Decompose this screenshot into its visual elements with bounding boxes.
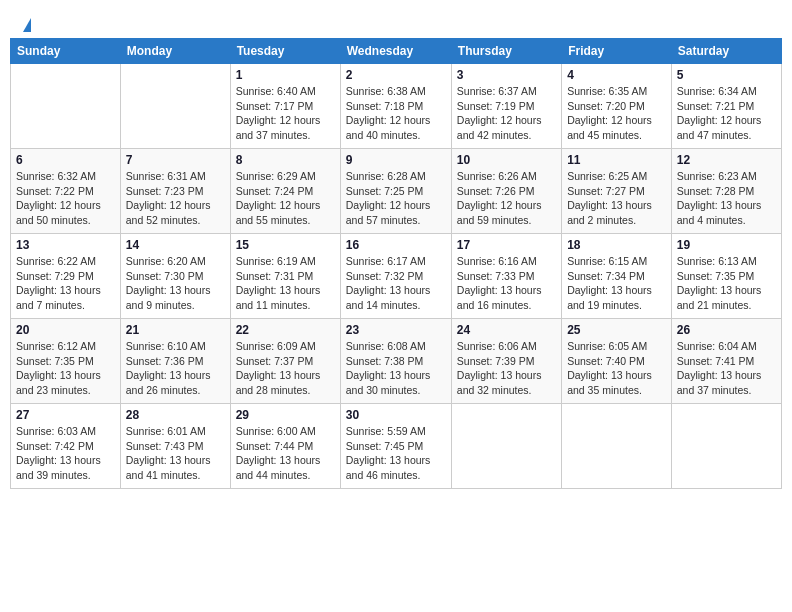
day-number: 10 bbox=[457, 153, 556, 167]
day-number: 20 bbox=[16, 323, 115, 337]
day-info: Sunrise: 6:22 AM Sunset: 7:29 PM Dayligh… bbox=[16, 254, 115, 313]
calendar-cell: 13Sunrise: 6:22 AM Sunset: 7:29 PM Dayli… bbox=[11, 234, 121, 319]
calendar-cell: 29Sunrise: 6:00 AM Sunset: 7:44 PM Dayli… bbox=[230, 404, 340, 489]
day-info: Sunrise: 6:26 AM Sunset: 7:26 PM Dayligh… bbox=[457, 169, 556, 228]
day-info: Sunrise: 6:31 AM Sunset: 7:23 PM Dayligh… bbox=[126, 169, 225, 228]
calendar-week-row: 6Sunrise: 6:32 AM Sunset: 7:22 PM Daylig… bbox=[11, 149, 782, 234]
calendar-cell: 21Sunrise: 6:10 AM Sunset: 7:36 PM Dayli… bbox=[120, 319, 230, 404]
day-number: 22 bbox=[236, 323, 335, 337]
header-sunday: Sunday bbox=[11, 39, 121, 64]
header-monday: Monday bbox=[120, 39, 230, 64]
day-number: 14 bbox=[126, 238, 225, 252]
calendar-cell bbox=[562, 404, 672, 489]
calendar-cell: 12Sunrise: 6:23 AM Sunset: 7:28 PM Dayli… bbox=[671, 149, 781, 234]
day-info: Sunrise: 5:59 AM Sunset: 7:45 PM Dayligh… bbox=[346, 424, 446, 483]
day-info: Sunrise: 6:17 AM Sunset: 7:32 PM Dayligh… bbox=[346, 254, 446, 313]
day-info: Sunrise: 6:09 AM Sunset: 7:37 PM Dayligh… bbox=[236, 339, 335, 398]
calendar-cell: 5Sunrise: 6:34 AM Sunset: 7:21 PM Daylig… bbox=[671, 64, 781, 149]
day-info: Sunrise: 6:16 AM Sunset: 7:33 PM Dayligh… bbox=[457, 254, 556, 313]
header-tuesday: Tuesday bbox=[230, 39, 340, 64]
calendar-cell bbox=[120, 64, 230, 149]
calendar-cell: 22Sunrise: 6:09 AM Sunset: 7:37 PM Dayli… bbox=[230, 319, 340, 404]
calendar-week-row: 20Sunrise: 6:12 AM Sunset: 7:35 PM Dayli… bbox=[11, 319, 782, 404]
calendar-cell: 2Sunrise: 6:38 AM Sunset: 7:18 PM Daylig… bbox=[340, 64, 451, 149]
day-info: Sunrise: 6:06 AM Sunset: 7:39 PM Dayligh… bbox=[457, 339, 556, 398]
day-number: 4 bbox=[567, 68, 666, 82]
calendar-cell: 26Sunrise: 6:04 AM Sunset: 7:41 PM Dayli… bbox=[671, 319, 781, 404]
calendar-cell: 27Sunrise: 6:03 AM Sunset: 7:42 PM Dayli… bbox=[11, 404, 121, 489]
calendar-cell: 19Sunrise: 6:13 AM Sunset: 7:35 PM Dayli… bbox=[671, 234, 781, 319]
header-row: Sunday Monday Tuesday Wednesday Thursday… bbox=[11, 39, 782, 64]
header-saturday: Saturday bbox=[671, 39, 781, 64]
day-info: Sunrise: 6:32 AM Sunset: 7:22 PM Dayligh… bbox=[16, 169, 115, 228]
calendar-cell: 30Sunrise: 5:59 AM Sunset: 7:45 PM Dayli… bbox=[340, 404, 451, 489]
calendar-cell: 8Sunrise: 6:29 AM Sunset: 7:24 PM Daylig… bbox=[230, 149, 340, 234]
day-number: 13 bbox=[16, 238, 115, 252]
day-info: Sunrise: 6:29 AM Sunset: 7:24 PM Dayligh… bbox=[236, 169, 335, 228]
day-number: 3 bbox=[457, 68, 556, 82]
calendar-cell bbox=[451, 404, 561, 489]
day-info: Sunrise: 6:15 AM Sunset: 7:34 PM Dayligh… bbox=[567, 254, 666, 313]
calendar-cell: 14Sunrise: 6:20 AM Sunset: 7:30 PM Dayli… bbox=[120, 234, 230, 319]
day-info: Sunrise: 6:12 AM Sunset: 7:35 PM Dayligh… bbox=[16, 339, 115, 398]
day-info: Sunrise: 6:10 AM Sunset: 7:36 PM Dayligh… bbox=[126, 339, 225, 398]
day-number: 25 bbox=[567, 323, 666, 337]
day-info: Sunrise: 6:25 AM Sunset: 7:27 PM Dayligh… bbox=[567, 169, 666, 228]
day-number: 2 bbox=[346, 68, 446, 82]
day-info: Sunrise: 6:28 AM Sunset: 7:25 PM Dayligh… bbox=[346, 169, 446, 228]
day-info: Sunrise: 6:05 AM Sunset: 7:40 PM Dayligh… bbox=[567, 339, 666, 398]
header bbox=[10, 10, 782, 38]
calendar-week-row: 27Sunrise: 6:03 AM Sunset: 7:42 PM Dayli… bbox=[11, 404, 782, 489]
calendar-cell: 28Sunrise: 6:01 AM Sunset: 7:43 PM Dayli… bbox=[120, 404, 230, 489]
day-number: 1 bbox=[236, 68, 335, 82]
calendar-cell: 16Sunrise: 6:17 AM Sunset: 7:32 PM Dayli… bbox=[340, 234, 451, 319]
day-number: 24 bbox=[457, 323, 556, 337]
calendar-cell: 17Sunrise: 6:16 AM Sunset: 7:33 PM Dayli… bbox=[451, 234, 561, 319]
day-number: 17 bbox=[457, 238, 556, 252]
day-number: 29 bbox=[236, 408, 335, 422]
day-info: Sunrise: 6:13 AM Sunset: 7:35 PM Dayligh… bbox=[677, 254, 776, 313]
calendar-cell: 1Sunrise: 6:40 AM Sunset: 7:17 PM Daylig… bbox=[230, 64, 340, 149]
calendar-cell: 4Sunrise: 6:35 AM Sunset: 7:20 PM Daylig… bbox=[562, 64, 672, 149]
day-info: Sunrise: 6:34 AM Sunset: 7:21 PM Dayligh… bbox=[677, 84, 776, 143]
day-number: 12 bbox=[677, 153, 776, 167]
calendar-cell: 11Sunrise: 6:25 AM Sunset: 7:27 PM Dayli… bbox=[562, 149, 672, 234]
header-friday: Friday bbox=[562, 39, 672, 64]
day-number: 26 bbox=[677, 323, 776, 337]
day-info: Sunrise: 6:37 AM Sunset: 7:19 PM Dayligh… bbox=[457, 84, 556, 143]
day-info: Sunrise: 6:04 AM Sunset: 7:41 PM Dayligh… bbox=[677, 339, 776, 398]
calendar-cell: 18Sunrise: 6:15 AM Sunset: 7:34 PM Dayli… bbox=[562, 234, 672, 319]
day-number: 21 bbox=[126, 323, 225, 337]
day-number: 28 bbox=[126, 408, 225, 422]
day-number: 23 bbox=[346, 323, 446, 337]
day-number: 8 bbox=[236, 153, 335, 167]
day-info: Sunrise: 6:00 AM Sunset: 7:44 PM Dayligh… bbox=[236, 424, 335, 483]
day-number: 16 bbox=[346, 238, 446, 252]
calendar-cell: 15Sunrise: 6:19 AM Sunset: 7:31 PM Dayli… bbox=[230, 234, 340, 319]
calendar-cell: 23Sunrise: 6:08 AM Sunset: 7:38 PM Dayli… bbox=[340, 319, 451, 404]
calendar-cell: 9Sunrise: 6:28 AM Sunset: 7:25 PM Daylig… bbox=[340, 149, 451, 234]
calendar-week-row: 13Sunrise: 6:22 AM Sunset: 7:29 PM Dayli… bbox=[11, 234, 782, 319]
calendar-cell: 6Sunrise: 6:32 AM Sunset: 7:22 PM Daylig… bbox=[11, 149, 121, 234]
day-info: Sunrise: 6:23 AM Sunset: 7:28 PM Dayligh… bbox=[677, 169, 776, 228]
calendar-table: Sunday Monday Tuesday Wednesday Thursday… bbox=[10, 38, 782, 489]
day-number: 7 bbox=[126, 153, 225, 167]
day-info: Sunrise: 6:01 AM Sunset: 7:43 PM Dayligh… bbox=[126, 424, 225, 483]
day-number: 9 bbox=[346, 153, 446, 167]
day-number: 15 bbox=[236, 238, 335, 252]
day-info: Sunrise: 6:35 AM Sunset: 7:20 PM Dayligh… bbox=[567, 84, 666, 143]
calendar-cell: 24Sunrise: 6:06 AM Sunset: 7:39 PM Dayli… bbox=[451, 319, 561, 404]
header-wednesday: Wednesday bbox=[340, 39, 451, 64]
day-info: Sunrise: 6:19 AM Sunset: 7:31 PM Dayligh… bbox=[236, 254, 335, 313]
day-info: Sunrise: 6:20 AM Sunset: 7:30 PM Dayligh… bbox=[126, 254, 225, 313]
calendar-week-row: 1Sunrise: 6:40 AM Sunset: 7:17 PM Daylig… bbox=[11, 64, 782, 149]
day-number: 18 bbox=[567, 238, 666, 252]
calendar-cell: 7Sunrise: 6:31 AM Sunset: 7:23 PM Daylig… bbox=[120, 149, 230, 234]
day-info: Sunrise: 6:40 AM Sunset: 7:17 PM Dayligh… bbox=[236, 84, 335, 143]
day-info: Sunrise: 6:08 AM Sunset: 7:38 PM Dayligh… bbox=[346, 339, 446, 398]
logo bbox=[20, 18, 31, 32]
day-info: Sunrise: 6:03 AM Sunset: 7:42 PM Dayligh… bbox=[16, 424, 115, 483]
logo-triangle-icon bbox=[23, 18, 31, 32]
day-number: 11 bbox=[567, 153, 666, 167]
day-number: 5 bbox=[677, 68, 776, 82]
